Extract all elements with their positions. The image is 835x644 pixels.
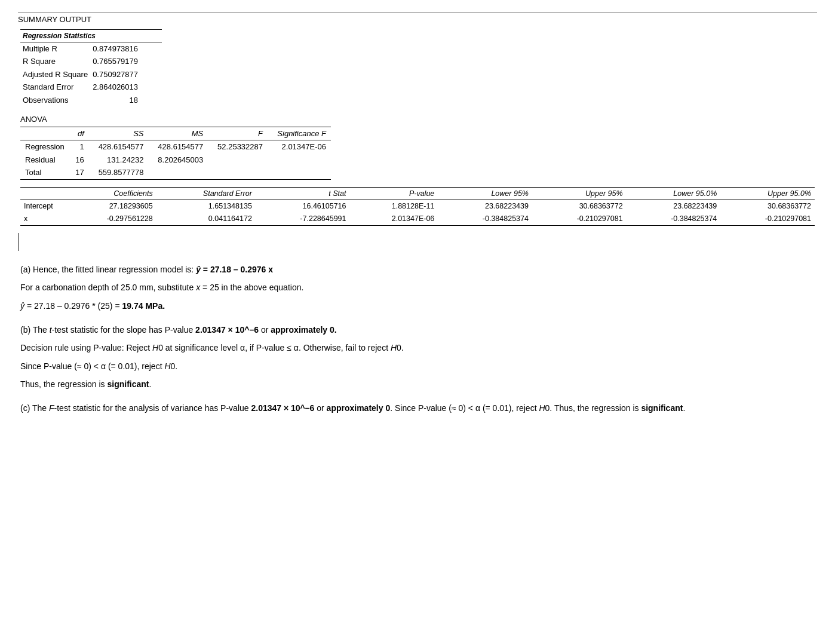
coeff-cell: -0.210297081 bbox=[532, 213, 627, 225]
anova-cell: 2.01347E-06 bbox=[268, 140, 331, 154]
coeff-cell: x bbox=[20, 213, 62, 225]
reg-stat-label: R Square bbox=[20, 55, 90, 68]
a-line2: For a carbonation depth of 25.0 mm, subs… bbox=[20, 283, 303, 292]
anova-cell: Total bbox=[20, 166, 69, 179]
coeff-header-2: Standard Error bbox=[156, 187, 256, 200]
para-b3: Since P-value (≈ 0) < α (= 0.01), reject… bbox=[20, 360, 815, 373]
anova-cell: 131.24232 bbox=[89, 154, 149, 167]
coeff-cell: -0.384825374 bbox=[627, 213, 721, 225]
coeff-cell: 23.68223439 bbox=[627, 200, 721, 213]
text-block-c: (c) The F-test statistic for the analysi… bbox=[20, 401, 815, 415]
text-block-a: (a) Hence, the fitted linear regression … bbox=[20, 263, 815, 312]
anova-cell bbox=[149, 166, 208, 179]
anova-header-3: MS bbox=[149, 127, 208, 140]
anova-cell: 428.6154577 bbox=[89, 140, 149, 154]
reg-stat-value: 0.765579179 bbox=[90, 55, 162, 68]
anova-cell: 559.8577778 bbox=[89, 166, 149, 179]
anova-cell bbox=[208, 154, 268, 167]
a-line1-bold: = 27.18 – 0.2976 x bbox=[201, 265, 273, 274]
a-hat-y: ŷ bbox=[196, 265, 201, 274]
anova-table: dfSSMSFSignificance F Regression1428.615… bbox=[20, 127, 331, 180]
coeff-cell: -7.228645991 bbox=[256, 213, 350, 225]
para-c1: (c) The F-test statistic for the analysi… bbox=[20, 401, 815, 415]
anova-header-0 bbox=[20, 127, 69, 140]
reg-stat-label: Multiple R bbox=[20, 42, 90, 55]
anova-header-4: F bbox=[208, 127, 268, 140]
anova-cell: 16 bbox=[69, 154, 89, 167]
reg-stat-label: Observations bbox=[20, 94, 90, 107]
anova-cell bbox=[268, 154, 331, 167]
para-b4: Thus, the regression is significant. bbox=[20, 378, 815, 391]
summary-output-title: SUMMARY OUTPUT bbox=[18, 12, 817, 27]
coeff-cell: 27.18293605 bbox=[62, 200, 156, 213]
coeff-header-7: Lower 95.0% bbox=[627, 187, 721, 200]
reg-stat-label: Adjusted R Square bbox=[20, 68, 90, 81]
coeff-cell: 30.68363772 bbox=[720, 200, 815, 213]
anova-cell: 17 bbox=[69, 166, 89, 179]
anova-cell: Residual bbox=[20, 154, 69, 167]
anova-cell: 428.6154577 bbox=[149, 140, 208, 154]
reg-stat-value: 0.874973816 bbox=[90, 42, 162, 55]
regression-stats-table: Regression Statistics Multiple R0.874973… bbox=[20, 29, 162, 107]
coeff-header-6: Upper 95% bbox=[532, 187, 627, 200]
coeff-header-3: t Stat bbox=[256, 187, 350, 200]
left-bar-divider bbox=[18, 233, 817, 251]
anova-cell: 52.25332287 bbox=[208, 140, 268, 154]
coefficients-table: CoefficientsStandard Errort StatP-valueL… bbox=[20, 187, 815, 226]
coeff-header-0 bbox=[20, 187, 62, 200]
coeff-cell: 2.01347E-06 bbox=[350, 213, 438, 225]
a-line1-pre: (a) Hence, the fitted linear regression … bbox=[20, 265, 196, 274]
anova-header-2: SS bbox=[89, 127, 149, 140]
coeff-header-8: Upper 95.0% bbox=[720, 187, 815, 200]
anova-cell: 1 bbox=[69, 140, 89, 154]
a-line3: = 27.18 – 0.2976 * (25) = bbox=[24, 301, 122, 311]
regression-stats-header: Regression Statistics bbox=[20, 29, 162, 42]
coeff-cell: 0.041164172 bbox=[156, 213, 256, 225]
coeff-cell: -0.210297081 bbox=[720, 213, 815, 225]
anova-header-1: df bbox=[69, 127, 89, 140]
a-result: 19.74 MPa. bbox=[122, 301, 165, 311]
anova-cell bbox=[208, 166, 268, 179]
coeff-header-4: P-value bbox=[350, 187, 438, 200]
reg-stat-value: 0.750927877 bbox=[90, 68, 162, 81]
coeff-header-5: Lower 95% bbox=[438, 187, 532, 200]
coeff-cell: 30.68363772 bbox=[532, 200, 627, 213]
coeff-cell: Intercept bbox=[20, 200, 62, 213]
reg-stat-value: 2.864026013 bbox=[90, 81, 162, 94]
para-b1: (b) The t-test statistic for the slope h… bbox=[20, 323, 815, 336]
coeff-cell: 16.46105716 bbox=[256, 200, 350, 213]
a-hat-y2: ŷ bbox=[20, 301, 24, 311]
anova-cell bbox=[268, 166, 331, 179]
anova-label: ANOVA bbox=[20, 114, 815, 125]
coeff-cell: -0.384825374 bbox=[438, 213, 532, 225]
para-a1: (a) Hence, the fitted linear regression … bbox=[20, 263, 815, 276]
para-a3: ŷ = 27.18 – 0.2976 * (25) = 19.74 MPa. bbox=[20, 299, 815, 312]
reg-stat-label: Standard Error bbox=[20, 81, 90, 94]
text-block-b: (b) The t-test statistic for the slope h… bbox=[20, 323, 815, 391]
coeff-cell: 1.651348135 bbox=[156, 200, 256, 213]
anova-header-5: Significance F bbox=[268, 127, 331, 140]
coeff-cell: 1.88128E-11 bbox=[350, 200, 438, 213]
coeff-cell: 23.68223439 bbox=[438, 200, 532, 213]
reg-stat-value: 18 bbox=[90, 94, 162, 107]
para-b2: Decision rule using P-value: Reject H0 a… bbox=[20, 341, 815, 354]
anova-cell: 8.202645003 bbox=[149, 154, 208, 167]
coeff-cell: -0.297561228 bbox=[62, 213, 156, 225]
para-a2: For a carbonation depth of 25.0 mm, subs… bbox=[20, 281, 815, 294]
anova-cell: Regression bbox=[20, 140, 69, 154]
coeff-header-1: Coefficients bbox=[62, 187, 156, 200]
